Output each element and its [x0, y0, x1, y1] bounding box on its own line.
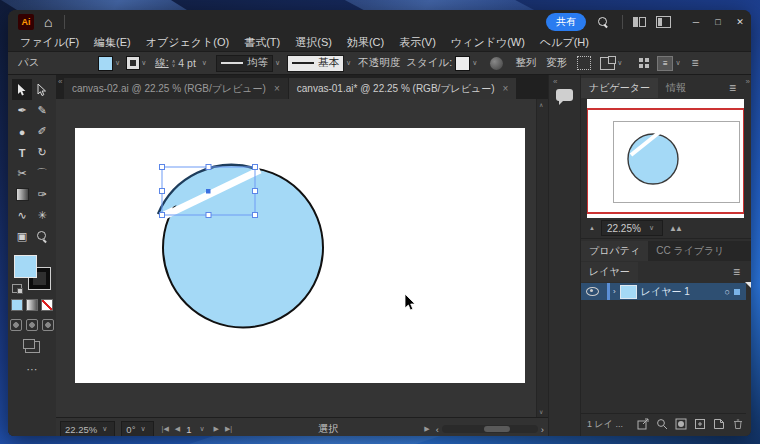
navigator-zoom-field[interactable]: 22.25% ∨: [601, 220, 663, 236]
width-profile-dropdown[interactable]: 均等: [216, 55, 273, 72]
transform-button[interactable]: 変形: [546, 56, 567, 70]
scroll-down-icon[interactable]: ∨: [539, 408, 543, 415]
chevron-down-icon[interactable]: ∨: [617, 59, 622, 67]
home-icon[interactable]: ⌂: [44, 15, 52, 29]
chevron-down-icon[interactable]: ∨: [649, 224, 654, 232]
share-button[interactable]: 共有: [546, 13, 586, 31]
layer-target-icon[interactable]: ○: [725, 287, 730, 297]
vertical-scrollbar[interactable]: ∧ ∨: [536, 99, 548, 417]
menu-help[interactable]: ヘルプ(H): [540, 35, 589, 50]
tab-layers[interactable]: レイヤー: [581, 262, 638, 282]
fill-indicator[interactable]: [14, 255, 37, 278]
layer-row[interactable]: › レイヤー 1 ○: [581, 283, 746, 300]
align-button[interactable]: 整列: [515, 56, 536, 70]
style-swatch[interactable]: [455, 56, 470, 71]
gradient-chip[interactable]: [26, 299, 38, 311]
first-artboard-icon[interactable]: |◀: [162, 425, 169, 433]
stroke-link[interactable]: 線:: [155, 56, 168, 70]
tab-properties[interactable]: プロパティ: [581, 241, 648, 261]
menu-object[interactable]: オブジェクト(O): [146, 35, 229, 50]
draw-inside-icon[interactable]: [42, 319, 54, 331]
stroke-weight-value[interactable]: 4 pt: [178, 57, 196, 69]
panel-menu-icon[interactable]: ≡: [729, 81, 736, 95]
type-tool[interactable]: T: [12, 142, 32, 163]
eyedropper-tool[interactable]: ✑: [32, 184, 52, 205]
shaper-tool[interactable]: ∿: [12, 205, 32, 226]
width-tool[interactable]: ⌒: [32, 163, 52, 184]
horizontal-scrollbar[interactable]: ‹ ›: [436, 424, 544, 435]
tab-overflow-icon[interactable]: «: [58, 77, 62, 86]
selection-tool[interactable]: [12, 79, 32, 100]
tab-close-icon[interactable]: ×: [503, 83, 509, 94]
recolor-artwork-icon[interactable]: [490, 57, 503, 70]
draw-normal-icon[interactable]: [10, 319, 22, 331]
search-icon[interactable]: [598, 17, 608, 27]
menu-edit[interactable]: 編集(E): [94, 35, 131, 50]
fill-stroke-indicator[interactable]: [14, 255, 50, 289]
stepper-down-icon[interactable]: ∨: [172, 63, 176, 67]
comments-panel-icon[interactable]: [556, 89, 573, 101]
grid-options-icon[interactable]: [639, 58, 649, 68]
document-tab-canvas-02[interactable]: canvas-02.ai @ 22.25 % (RGB/プレビュー) ×: [64, 78, 288, 99]
rotation-dropdown[interactable]: 0° ∨: [121, 421, 153, 437]
status-display[interactable]: 選択: [232, 422, 424, 436]
layers-menu-icon[interactable]: ≡: [733, 265, 740, 279]
last-artboard-icon[interactable]: ▶|: [225, 425, 232, 433]
chevron-down-icon[interactable]: ∨: [275, 59, 280, 67]
gallery-view-icon[interactable]: [633, 17, 646, 27]
status-menu-icon[interactable]: ▶: [424, 425, 429, 433]
visibility-eye-icon[interactable]: [586, 287, 599, 296]
fill-color-swatch[interactable]: [98, 56, 113, 71]
layer-expand-icon[interactable]: ›: [613, 287, 616, 296]
default-colors-icon[interactable]: [12, 284, 22, 293]
stroke-weight-stepper[interactable]: ∧ ∨: [172, 59, 176, 67]
scrollbar-thumb[interactable]: [484, 426, 510, 432]
opacity-link[interactable]: 不透明度: [358, 56, 400, 70]
workspace-layout-icon[interactable]: [656, 16, 671, 28]
zoom-tool[interactable]: [32, 226, 52, 247]
new-layer-icon[interactable]: [713, 418, 725, 430]
chevron-down-icon[interactable]: ∨: [115, 59, 120, 67]
locate-object-icon[interactable]: [656, 418, 668, 430]
zoom-level-dropdown[interactable]: 22.25% ∨: [60, 421, 115, 437]
navigator-preview[interactable]: [587, 99, 744, 218]
scroll-up-icon[interactable]: ∧: [539, 101, 543, 108]
zoom-out-icon[interactable]: ▲: [589, 225, 595, 231]
pen-tool[interactable]: ✒: [12, 100, 32, 121]
minimize-button[interactable]: ─: [685, 10, 707, 34]
screen-mode-icon[interactable]: [25, 341, 40, 353]
expand-dock-icon[interactable]: «: [553, 77, 557, 86]
artboard-number[interactable]: 1: [186, 424, 191, 435]
chevron-down-icon[interactable]: ∨: [199, 425, 204, 433]
panel-dock-icon[interactable]: ≡: [657, 56, 673, 71]
collect-for-export-icon[interactable]: [637, 418, 649, 430]
ellipse-tool[interactable]: ●: [12, 121, 32, 142]
artboard-tool[interactable]: ▣: [12, 226, 32, 247]
rotate-tool[interactable]: ↻: [32, 142, 52, 163]
chevron-down-icon[interactable]: ∨: [346, 59, 351, 67]
edit-toolbar-icon[interactable]: ⋯: [27, 363, 38, 376]
chevron-down-icon[interactable]: ∨: [141, 59, 146, 67]
stroke-color-swatch[interactable]: [127, 57, 139, 69]
canvas-viewport[interactable]: ∧ ∨: [56, 99, 548, 417]
tab-close-icon[interactable]: ×: [274, 83, 280, 94]
symbol-sprayer-tool[interactable]: ✳: [32, 205, 52, 226]
scroll-right-icon[interactable]: ›: [541, 424, 544, 435]
prev-artboard-icon[interactable]: ◀: [175, 425, 180, 433]
isolate-selection-icon[interactable]: [600, 57, 615, 70]
none-chip[interactable]: [41, 299, 53, 311]
next-artboard-icon[interactable]: ▶: [214, 425, 219, 433]
new-sublayer-icon[interactable]: [694, 418, 706, 430]
layer-selection-chip[interactable]: [734, 289, 740, 295]
chevron-down-icon[interactable]: ∨: [675, 59, 680, 67]
tab-cc-libraries[interactable]: CC ライブラリ: [648, 241, 732, 261]
layer-thumbnail[interactable]: [620, 285, 637, 299]
menu-effect[interactable]: 効果(C): [347, 35, 384, 50]
chevron-down-icon[interactable]: ∨: [472, 59, 477, 67]
menu-view[interactable]: 表示(V): [399, 35, 436, 50]
scissors-tool[interactable]: ✂: [12, 163, 32, 184]
chevron-down-icon[interactable]: ∨: [140, 425, 145, 433]
scrollbar-track[interactable]: [442, 425, 538, 433]
draw-behind-icon[interactable]: [26, 319, 38, 331]
color-fill-chip[interactable]: [11, 299, 23, 311]
